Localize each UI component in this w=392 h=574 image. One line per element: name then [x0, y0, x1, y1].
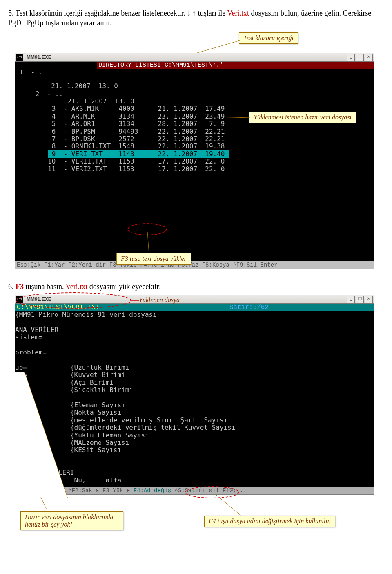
veritxt-filename: Veri.txt	[227, 9, 249, 17]
dos-icon: C:\	[16, 54, 23, 61]
close-button[interactable]: ✕	[365, 296, 373, 303]
term2-title: MM91.EXE	[25, 296, 347, 302]
term1-titlebar: C:\ MM91.EXE _ □ ✕	[15, 53, 374, 62]
instr5-prefix: 5. Test klasörünün içeriği aşağıdakine b…	[8, 9, 227, 17]
directory-row[interactable]: 11 - VERI2.TXT 1153 17. 1.2007 22. 0	[48, 165, 229, 173]
instr6-mid: tuşuna basın.	[24, 283, 66, 291]
f3-key: F3	[16, 283, 24, 291]
label-loaded-file: Yüklenen dosya	[139, 296, 180, 304]
term2-footer: Esc:Çı :Yardım ^F2:Sakla F3:Yükle F4:Ad …	[15, 487, 374, 494]
close-button[interactable]: ✕	[365, 54, 373, 61]
directory-row[interactable]: 7 - BP.DSK 2572 22. 1.2007 22.21	[48, 135, 229, 143]
maximize-button[interactable]: □	[356, 54, 364, 61]
svg-line-8	[216, 495, 241, 516]
instruction-5: 5. Test klasörünün içeriği aşağıdakine b…	[8, 8, 384, 28]
loaded-file-path-row: C:\MM91\TEST\VERI.TXT Satır:3/62	[15, 304, 374, 311]
veritxt2: Veri.txt	[66, 283, 88, 291]
directory-row-selected[interactable]: 9 - VERI.TXT 1143 22. 1.2007 19.40	[48, 150, 229, 158]
instruction-6: 6. F3 tuşuna basın. Veri.txt dosyasını y…	[8, 282, 384, 291]
directory-header: DIRECTORY LİSTESİ C:\MM91\TEST\*.*	[97, 62, 374, 69]
terminal-window-1: C:\ MM91.EXE _ □ ✕ DIRECTORY LİSTESİ C:\…	[15, 53, 374, 269]
directory-row[interactable]: 4 - AR.MIK 3134 23. 1.2007 23.49	[48, 112, 229, 120]
term1-title: MM91.EXE	[25, 54, 347, 60]
callout-empty-blocks: Hazır veri dosyasının bloklarında henüz …	[20, 511, 123, 530]
minimize-button[interactable]: _	[347, 296, 355, 303]
callout-f4-rename: F4 tuşu dosya adını değiştirmek için kul…	[204, 516, 335, 527]
directory-row[interactable]: 2 - .. 21. 1.2007 13. 0 3 - AKS.MIK 4000…	[31, 90, 374, 173]
term2-titlebar: C:\ MM91.EXE _ ❐ ✕	[15, 295, 374, 304]
callout-line-blocks	[39, 497, 55, 513]
directory-row[interactable]: 5 - AR.OR1 3134 28. 1.2007 7. 9	[48, 120, 229, 128]
file-content: {MM91 Mikro Mühendis 91 veri dosyası ANA…	[15, 311, 374, 484]
minimize-button[interactable]: _	[347, 54, 355, 61]
terminal-window-2: C:\ MM91.EXE _ ❐ ✕ C:\MM91\TEST\VERI.TXT…	[15, 295, 374, 495]
term2-body: C:\MM91\TEST\VERI.TXT Satır:3/62 {MM91 M…	[15, 304, 374, 487]
instr6-prefix: 6.	[8, 283, 16, 291]
callout-selected-file: Yüklenmesi istenen hazır veri dosyası	[249, 112, 356, 123]
dos-icon: C:\	[16, 296, 23, 303]
callout-f3-load: F3 tuşu text dosya yükler	[116, 253, 191, 265]
file-path: C:\MM91\TEST\VERI.TXT	[17, 304, 99, 311]
term1-footer: Esc:Çık F1:Yar F2:Yeni dir F3:Yükle F4:Y…	[15, 261, 374, 269]
directory-row[interactable]: 6 - BP.PSM 94493 22. 1.2007 22.21	[48, 128, 229, 135]
svg-line-7	[41, 497, 48, 512]
line-counter: Satır:3/62	[229, 304, 269, 311]
callout-test-folder-content: Test klasörü içeriği	[239, 32, 298, 44]
directory-row[interactable]: 8 - ORNEK1.TXT 1548 22. 1.2007 19.38	[48, 142, 229, 150]
term1-body: DIRECTORY LİSTESİ C:\MM91\TEST\*.* 1 - .…	[15, 62, 374, 261]
instr6-suffix: dosyasını yükleyecektir:	[87, 283, 161, 291]
directory-row[interactable]: 10 - VERI1.TXT 1153 17. 1.2007 22. 0	[48, 157, 229, 165]
callout-line-f4	[216, 495, 249, 516]
directory-row[interactable]: 3 - AKS.MIK 4000 21. 1.2007 17.49	[48, 105, 229, 112]
restore-button[interactable]: ❐	[356, 296, 364, 303]
